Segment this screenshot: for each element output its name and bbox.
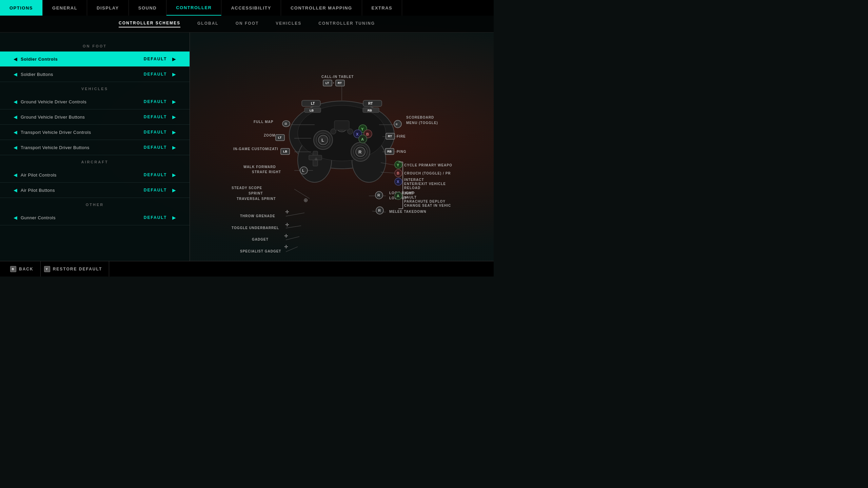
soldier-controls-label: Soldier Controls (21, 57, 142, 62)
nav-accessibility[interactable]: ACCESSIBILITY (221, 0, 281, 16)
left-arrow-gunner-controls[interactable]: ◀ (10, 215, 21, 220)
right-arrow-air-pilot-controls[interactable]: ▶ (169, 172, 179, 178)
transport-driver-buttons-value: DEFAULT (142, 145, 169, 150)
control-transport-driver-buttons[interactable]: ◀ Transport Vehicle Driver Buttons DEFAU… (0, 140, 190, 155)
svg-text:B: B (366, 132, 369, 136)
svg-text:PING: PING (397, 150, 406, 154)
gunner-controls-value: DEFAULT (142, 215, 169, 220)
subnav-global[interactable]: GLOBAL (197, 21, 219, 27)
subnav-controller-schemes[interactable]: CONTROLLER SCHEMES (119, 21, 180, 27)
left-arrow-air-pilot-buttons[interactable]: ◀ (10, 187, 21, 193)
svg-text:≡: ≡ (396, 122, 398, 126)
right-arrow-transport-driver-buttons[interactable]: ▶ (169, 145, 179, 150)
back-icon: B (10, 266, 16, 272)
right-arrow-ground-driver-controls[interactable]: ▶ (169, 99, 179, 104)
nav-controller-mapping[interactable]: CONTROLLER MAPPING (281, 0, 362, 16)
transport-driver-buttons-label: Transport Vehicle Driver Buttons (21, 145, 142, 150)
svg-text:STRAFE RIGHT: STRAFE RIGHT (252, 170, 281, 174)
svg-text:R: R (358, 149, 362, 155)
back-button[interactable]: B BACK (7, 261, 41, 277)
control-transport-driver-controls[interactable]: ◀ Transport Vehicle Driver Controls DEFA… (0, 125, 190, 140)
section-vehicles: VEHICLES (0, 82, 190, 94)
nav-display[interactable]: DISPLAY (87, 0, 129, 16)
controller-svg: LT RT LB RB L (190, 40, 494, 253)
svg-text:RT: RT (338, 81, 342, 85)
nav-extras[interactable]: EXTRAS (362, 0, 402, 16)
control-ground-driver-buttons[interactable]: ◀ Ground Vehicle Driver Buttons DEFAULT … (0, 109, 190, 125)
svg-text:R: R (378, 208, 381, 212)
svg-text:LB: LB (283, 150, 287, 153)
ground-driver-controls-value: DEFAULT (142, 99, 169, 104)
svg-text:CHANGE SEAT IN VEHIC: CHANGE SEAT IN VEHIC (404, 204, 451, 207)
svg-text:⊟: ⊟ (284, 122, 287, 125)
subnav-on-foot[interactable]: ON FOOT (236, 21, 259, 27)
svg-text:✛: ✛ (284, 233, 288, 239)
nav-options[interactable]: OPTIONS (0, 0, 43, 16)
svg-text:WALK FORWARD: WALK FORWARD (243, 165, 276, 169)
nav-general[interactable]: GENERAL (43, 0, 87, 16)
left-arrow-air-pilot-controls[interactable]: ◀ (10, 172, 21, 178)
nav-controller[interactable]: CONTROLLER (166, 0, 221, 16)
control-gunner-controls[interactable]: ◀ Gunner Controls DEFAULT ▶ (0, 210, 190, 225)
svg-text:FIRE: FIRE (397, 135, 406, 138)
svg-text:R: R (377, 193, 380, 197)
control-air-pilot-controls[interactable]: ◀ Air Pilot Controls DEFAULT ▶ (0, 167, 190, 183)
svg-text:LB: LB (310, 109, 314, 112)
restore-icon: Y (44, 266, 50, 272)
left-arrow-ground-driver-controls[interactable]: ◀ (10, 99, 21, 104)
svg-rect-35 (334, 121, 349, 130)
svg-text:MELEE TAKEDOWN: MELEE TAKEDOWN (389, 210, 426, 214)
left-arrow-soldier-controls[interactable]: ◀ (10, 56, 21, 62)
subnav-controller-tuning[interactable]: CONTROLLER TUNING (318, 21, 375, 27)
svg-text:GADGET: GADGET (252, 238, 269, 241)
svg-text:MENU (TOGGLE): MENU (TOGGLE) (406, 121, 438, 125)
control-soldier-controls[interactable]: ◀ Soldier Controls DEFAULT ▶ (0, 52, 190, 67)
right-arrow-transport-driver-controls[interactable]: ▶ (169, 129, 179, 135)
subnav-vehicles[interactable]: VEHICLES (276, 21, 301, 27)
restore-default-button[interactable]: Y RESTORE DEFAULT (41, 261, 110, 277)
section-other: OTHER (0, 198, 190, 210)
left-arrow-transport-driver-controls[interactable]: ◀ (10, 129, 21, 135)
svg-text:Y: Y (361, 127, 364, 131)
top-navigation: OPTIONS GENERAL DISPLAY SOUND CONTROLLER… (0, 0, 494, 16)
gunner-controls-label: Gunner Controls (21, 215, 142, 220)
svg-text:L: L (302, 168, 304, 172)
svg-text:✛: ✛ (285, 209, 289, 215)
svg-text:+: + (314, 156, 318, 163)
nav-sound[interactable]: SOUND (129, 0, 166, 16)
svg-text:RB: RB (387, 150, 392, 153)
right-arrow-air-pilot-buttons[interactable]: ▶ (169, 187, 179, 193)
ground-driver-buttons-value: DEFAULT (142, 115, 169, 119)
svg-text:VAULT: VAULT (404, 196, 417, 199)
svg-text:B: B (397, 171, 399, 175)
control-soldier-buttons[interactable]: ◀ Soldier Buttons DEFAULT ▶ (0, 67, 190, 82)
right-arrow-soldier-buttons[interactable]: ▶ (169, 72, 179, 77)
air-pilot-buttons-label: Air Pilot Buttons (21, 188, 142, 193)
right-arrow-ground-driver-buttons[interactable]: ▶ (169, 114, 179, 120)
svg-text:ENTER/EXIT VEHICLE: ENTER/EXIT VEHICLE (404, 182, 446, 186)
svg-text:✛: ✛ (285, 222, 289, 227)
control-air-pilot-buttons[interactable]: ◀ Air Pilot Buttons DEFAULT ▶ (0, 183, 190, 198)
section-on-foot: ON FOOT (0, 39, 190, 52)
soldier-buttons-label: Soldier Buttons (21, 72, 142, 77)
svg-text:✛: ✛ (284, 244, 288, 249)
svg-text:RT: RT (388, 135, 392, 138)
left-arrow-ground-driver-buttons[interactable]: ◀ (10, 114, 21, 120)
air-pilot-controls-value: DEFAULT (142, 172, 169, 177)
svg-text:RT: RT (368, 102, 373, 105)
svg-text:LT: LT (311, 102, 315, 105)
control-ground-driver-controls[interactable]: ◀ Ground Vehicle Driver Controls DEFAULT… (0, 94, 190, 109)
svg-text:RB: RB (368, 109, 372, 112)
svg-text:A: A (397, 194, 399, 198)
svg-text:THROW GRENADE: THROW GRENADE (240, 214, 275, 218)
left-arrow-soldier-buttons[interactable]: ◀ (10, 72, 21, 77)
svg-text:IN-GAME CUSTOMIZATI: IN-GAME CUSTOMIZATI (233, 147, 278, 151)
svg-text:FULL MAP: FULL MAP (254, 120, 273, 124)
svg-text:CALL-IN TABLET: CALL-IN TABLET (321, 75, 354, 79)
left-arrow-transport-driver-buttons[interactable]: ◀ (10, 145, 21, 150)
right-arrow-gunner-controls[interactable]: ▶ (169, 215, 179, 220)
svg-text:JUMP: JUMP (404, 191, 415, 195)
right-arrow-soldier-controls[interactable]: ▶ (169, 56, 179, 62)
svg-text:TOGGLE UNDERBARREL: TOGGLE UNDERBARREL (232, 226, 279, 230)
svg-text:A: A (361, 137, 364, 141)
